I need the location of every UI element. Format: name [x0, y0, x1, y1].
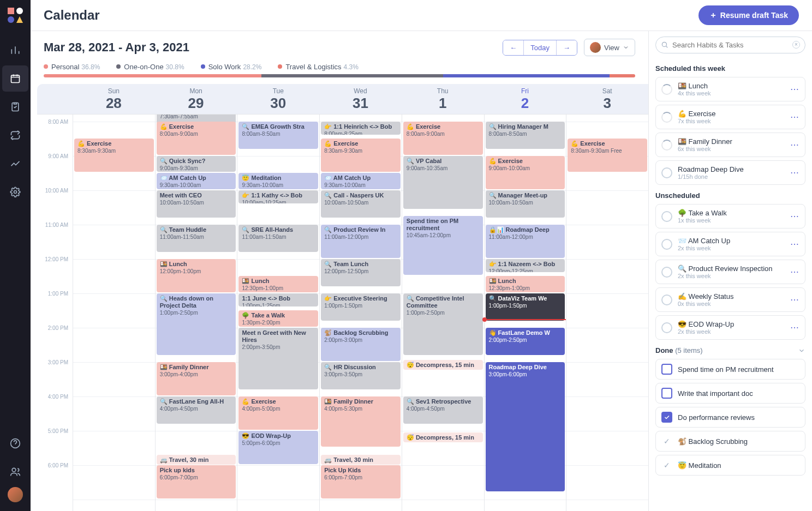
today-button[interactable]: Today	[523, 40, 556, 55]
calendar-event[interactable]: 😎 EOD Wrap-Up5:00pm-6:00pm	[238, 431, 318, 464]
item-menu-button[interactable]: ⋯	[790, 211, 799, 221]
calendar-event[interactable]: 🍱 Family Dinner4:00pm-5:30pm	[321, 396, 401, 447]
sidebar-item[interactable]: 🔍 Product Review Inspection2x this week⋯	[655, 260, 805, 284]
calendar-event[interactable]: 💪 Exercise4:00pm-5:00pm	[238, 396, 318, 430]
calendar-event[interactable]: 📨 AM Catch Up9:30am-10:00am	[321, 173, 401, 189]
calendar-event[interactable]: 💪 Exercise8:00am-9:00am	[157, 122, 236, 155]
calendar-event[interactable]: Pick Up Kids6:00pm-7:00pm	[321, 465, 401, 498]
day-column[interactable]: 💪 Exercise8:00am-9:00am🔍 VP Cabal9:00am-…	[402, 115, 484, 511]
category-legend-item[interactable]: One-on-One30.8%	[116, 63, 184, 71]
checkbox-icon[interactable]	[661, 364, 672, 375]
next-week-button[interactable]: →	[556, 40, 577, 55]
day-header[interactable]: Sat3	[566, 84, 648, 114]
calendar-event[interactable]: Meet with CEO10:00am-10:50am	[157, 190, 236, 218]
day-column[interactable]: 🔍 Hiring Manager M8:00am-8:50am💪 Exercis…	[484, 115, 566, 511]
day-header[interactable]: Wed31	[319, 84, 402, 114]
search-input[interactable]	[655, 37, 805, 53]
calendar-event[interactable]: 🐒 Backlog Scrubbing2:00pm-3:00pm	[321, 328, 401, 361]
calendar-event[interactable]: Spend time on PM recruitment10:45am-12:0…	[403, 216, 483, 275]
calendar-event[interactable]: 😇 Meditation9:30am-10:00am	[238, 173, 318, 189]
day-header[interactable]: Tue30	[237, 84, 319, 114]
calendar-event[interactable]: 👉 Executive Steering1:00pm-1:50pm	[321, 293, 401, 321]
category-legend-item[interactable]: Travel & Logistics4.3%	[278, 63, 358, 71]
item-menu-button[interactable]: ⋯	[790, 140, 799, 150]
calendar-grid[interactable]: 8:00 AM9:00 AM10:00 AM11:00 AM12:00 PM1:…	[37, 114, 648, 511]
sidebar-item[interactable]: 🌳 Take a Walk1x this week⋯	[655, 204, 805, 229]
calendar-event[interactable]: 🚐 Travel, 30 min	[321, 455, 401, 465]
day-column[interactable]: 💪 Exercise8:30am-9:30am Free	[566, 115, 648, 511]
day-header[interactable]: Mon29	[155, 84, 237, 114]
calendar-event[interactable]: 😴 Decompress, 15 min	[403, 432, 483, 442]
calendar-event[interactable]: 👋 FastLane Demo W2:00pm-2:50pm	[486, 328, 565, 355]
category-legend-item[interactable]: Solo Work28.2%	[201, 63, 262, 71]
resume-draft-button[interactable]: Resume draft Task	[698, 5, 799, 25]
calendar-event[interactable]: 🔍 Sev1 Retrospective4:00pm-4:50pm	[403, 396, 483, 424]
calendar-event[interactable]: 🔍 Manager Meet-up10:00am-10:50am	[486, 190, 565, 218]
calendar-event[interactable]: 🔍 Product Review In11:00am-12:00pm	[321, 225, 401, 258]
calendar-event[interactable]: 💪 Exercise8:00am-9:00am	[403, 122, 483, 155]
calendar-event[interactable]: 🔍 VP Cabal9:00am-10:35am	[403, 156, 483, 209]
calendar-event[interactable]: 😴 Decompress, 15 min	[403, 360, 483, 370]
nav-analytics[interactable]	[2, 37, 28, 63]
nav-settings[interactable]	[2, 179, 28, 205]
calendar-event[interactable]: 🔍 EMEA Growth Stra8:00am-8:50am	[238, 122, 318, 149]
day-header[interactable]: Thu1	[402, 84, 484, 114]
item-menu-button[interactable]: ⋯	[790, 239, 799, 249]
sidebar-item[interactable]: Write that important doc	[655, 383, 805, 404]
day-column[interactable]: 💪 Exercise8:30am-9:30am	[73, 115, 155, 511]
day-header[interactable]: Fri2	[484, 84, 566, 114]
calendar-event[interactable]: 🍱 Lunch12:00pm-1:00pm	[157, 259, 236, 292]
sidebar-item[interactable]: 🍱 Lunch4x this week⋯	[655, 77, 805, 101]
calendar-event[interactable]: 👉 1:1 Nazeem <-> Bob12:00pm-12:25pm	[486, 259, 565, 272]
checkbox-icon[interactable]	[661, 388, 672, 399]
day-column[interactable]: 🔍 1:1 Ben Team7:30am-7:55am💪 Exercise8:0…	[155, 115, 237, 511]
nav-trends[interactable]	[2, 151, 28, 177]
calendar-event[interactable]: 💪 Exercise8:30am-9:30am Free	[568, 139, 647, 172]
item-menu-button[interactable]: ⋯	[790, 294, 799, 305]
calendar-event[interactable]: Meet n Greet with New Hires2:00pm-3:50pm	[238, 328, 318, 389]
item-menu-button[interactable]: ⋯	[790, 84, 799, 94]
view-selector[interactable]: View	[584, 39, 635, 56]
sidebar-item[interactable]: ✍️ Weekly Status0x this week⋯	[655, 287, 805, 312]
checkbox-checked-icon[interactable]	[661, 412, 672, 423]
calendar-event[interactable]: 🌳 Take a Walk1:30pm-2:00pm	[238, 310, 318, 327]
calendar-event[interactable]: 🔍 HR Discussion3:00pm-3:50pm	[321, 362, 401, 389]
nav-calendar[interactable]	[2, 65, 28, 92]
calendar-event[interactable]: 🔍 Call - Naspers UK10:00am-10:50am	[321, 190, 401, 218]
calendar-event[interactable]: 🔍 Quick Sync?9:00am-9:30am	[157, 156, 236, 172]
calendar-event[interactable]: 🔍 Team Huddle11:00am-11:50am	[157, 225, 236, 252]
prev-week-button[interactable]: ←	[503, 40, 523, 55]
calendar-event[interactable]: Roadmap Deep Dive3:00pm-6:00pm	[486, 362, 565, 491]
item-menu-button[interactable]: ⋯	[790, 112, 799, 122]
calendar-event[interactable]: 💪 Exercise8:30am-9:30am	[74, 139, 154, 172]
category-legend-item[interactable]: Personal36.8%	[44, 63, 100, 71]
item-menu-button[interactable]: ⋯	[790, 167, 799, 178]
sidebar-item[interactable]: ✓🐒 Backlog Scrubbing	[655, 431, 805, 452]
calendar-event[interactable]: 🚐 Travel, 30 min	[157, 455, 236, 465]
calendar-event[interactable]: 🔍 Hiring Manager M8:00am-8:50am	[486, 122, 565, 149]
day-column[interactable]: 🔍 EMEA Growth Stra8:00am-8:50am😇 Meditat…	[237, 115, 319, 511]
calendar-event[interactable]: 📨 AM Catch Up9:30am-10:00am	[157, 173, 236, 189]
calendar-event[interactable]: 🍱 Family Dinner3:00pm-4:00pm	[157, 362, 236, 395]
sidebar-item[interactable]: 🍱 Family Dinner6x this week⋯	[655, 133, 805, 157]
item-menu-button[interactable]: ⋯	[790, 267, 799, 277]
sidebar-item[interactable]: 😎 EOD Wrap-Up2x this week⋯	[655, 315, 805, 340]
calendar-event[interactable]: 🔍 FastLane Eng All-H4:00pm-4:50pm	[157, 396, 236, 424]
calendar-event[interactable]: 👉 1:1 Heinrich <-> Bob8:00am-8:25am	[321, 122, 401, 135]
calendar-event[interactable]: 🔍 Heads down on Project Delta1:00pm-2:50…	[157, 293, 236, 355]
calendar-event[interactable]: 🔍 Competitive Intel Committee1:00pm-2:50…	[403, 293, 483, 355]
calendar-event[interactable]: 💪 Exercise8:30am-9:30am	[321, 139, 401, 172]
calendar-event[interactable]: 🔍 DataViz Team We1:00pm-1:50pm	[486, 293, 565, 321]
nav-recurring[interactable]	[2, 122, 28, 148]
nav-tasks[interactable]	[2, 94, 28, 120]
calendar-event[interactable]: 💪 Exercise9:00am-10:00am	[486, 156, 565, 189]
sidebar-item[interactable]: Roadmap Deep Dive1/15h done⋯	[655, 160, 805, 185]
nav-people[interactable]	[2, 459, 28, 485]
sidebar-item[interactable]: Spend time on PM recruitment	[655, 359, 805, 380]
calendar-event[interactable]: 🍱 Lunch12:30pm-1:00pm	[238, 276, 318, 292]
nav-help[interactable]	[2, 430, 28, 456]
calendar-event[interactable]: Pick up kids6:00pm-7:00pm	[157, 465, 236, 498]
calendar-event[interactable]: 👉 1:1 Kathy <-> Bob10:00am-10:25am	[238, 190, 318, 203]
calendar-event[interactable]: 🔍 SRE All-Hands11:00am-11:50am	[238, 225, 318, 252]
done-heading-row[interactable]: Done (5 items)	[655, 346, 805, 354]
